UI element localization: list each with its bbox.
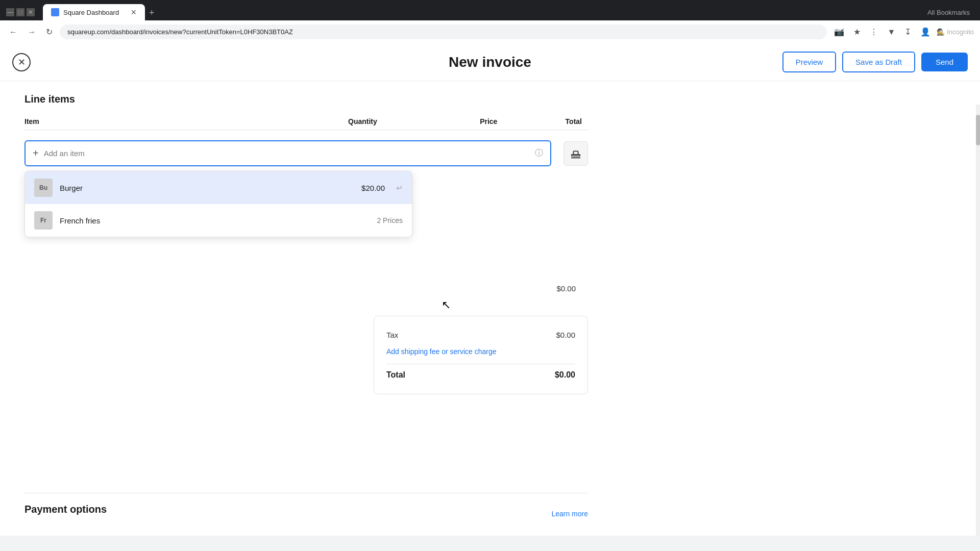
bookmark-star-icon[interactable]: ★ [850, 25, 864, 39]
col-header-price: Price [419, 113, 504, 130]
profile-icon[interactable]: 👤 [917, 25, 934, 39]
back-button[interactable]: ← [6, 26, 20, 39]
total-value: $0.00 [555, 370, 575, 380]
burger-name: Burger [60, 184, 354, 192]
browser-titlebar: — □ ✕ Square Dashboard ✕ + All Bookmarks [0, 0, 980, 20]
fries-price-label: 2 Prices [377, 216, 403, 224]
col-header-total: Total [503, 113, 588, 130]
fries-avatar: Fr [34, 211, 53, 230]
extension-icon[interactable]: ▼ [884, 26, 898, 39]
browser-toolbar: ← → ↻ 📷̸ ★ ⋮ ▼ ↧ 👤 🕵 Incognito [0, 20, 980, 43]
total-row: Total $0.00 [386, 364, 575, 384]
col-header-item: Item [24, 113, 306, 130]
list-item[interactable]: Fr French fries 2 Prices [25, 204, 412, 237]
address-bar[interactable] [60, 24, 827, 39]
add-item-plus-icon: + [33, 147, 39, 159]
page-content: ✕ New invoice Preview Save as Draft Send… [0, 43, 980, 536]
preview-button[interactable]: Preview [782, 52, 836, 72]
tab-bar: Square Dashboard ✕ + [39, 4, 923, 20]
tab-close-button[interactable]: ✕ [131, 8, 137, 16]
shipping-link[interactable]: Add shipping fee or service charge [386, 347, 497, 356]
page-title: New invoice [449, 54, 531, 70]
summary-section: Tax $0.00 Add shipping fee or service ch… [374, 316, 588, 394]
line-items-section-title: Line items [24, 93, 588, 105]
payment-section: Payment options Learn more [24, 493, 588, 523]
browser-chrome: — □ ✕ Square Dashboard ✕ + All Bookmarks… [0, 0, 980, 43]
invoice-topbar: ✕ New invoice Preview Save as Draft Send [0, 43, 980, 81]
add-item-placeholder: Add an item [44, 149, 530, 158]
all-bookmarks-link[interactable]: All Bookmarks [927, 9, 970, 16]
reload-button[interactable]: ↻ [43, 25, 56, 39]
fries-name: French fries [60, 216, 370, 225]
save-as-draft-button[interactable]: Save as Draft [842, 52, 915, 72]
tab-title: Square Dashboard [63, 9, 119, 16]
send-button[interactable]: Send [921, 53, 968, 71]
invoice-body: Line items Item Quantity Price Total + [0, 81, 612, 536]
stamp-button[interactable] [564, 141, 588, 166]
line-items-table: Item Quantity Price Total + Add an item … [24, 113, 588, 177]
topbar-actions: Preview Save as Draft Send [782, 52, 968, 72]
window-controls: — □ ✕ [6, 8, 35, 16]
browser-menu-icon[interactable]: ⋮ [867, 25, 881, 39]
download-icon[interactable]: ↧ [901, 25, 914, 39]
subtotal-row: $0.00 [374, 280, 588, 297]
list-item[interactable]: Bu Burger $20.00 ↵ [25, 171, 412, 204]
burger-avatar: Bu [34, 179, 53, 197]
tab-favicon [51, 8, 59, 16]
burger-price: $20.00 [361, 184, 385, 192]
svg-rect-1 [573, 151, 578, 154]
col-header-quantity: Quantity [306, 113, 419, 130]
active-tab[interactable]: Square Dashboard ✕ [43, 4, 145, 20]
maximize-button[interactable]: □ [16, 8, 24, 16]
add-item-row: + Add an item ⓘ [24, 130, 588, 177]
add-item-input[interactable]: + Add an item ⓘ [24, 140, 551, 166]
scrollbar-thumb [976, 115, 980, 145]
shipping-row[interactable]: Add shipping fee or service charge [386, 343, 575, 360]
close-invoice-button[interactable]: ✕ [12, 53, 31, 71]
scrollbar[interactable] [976, 105, 980, 536]
enter-icon: ↵ [396, 183, 403, 193]
payment-header: Payment options Learn more [24, 504, 588, 523]
tax-row: Tax $0.00 [386, 327, 575, 343]
new-tab-button[interactable]: + [145, 6, 159, 20]
close-window-button[interactable]: ✕ [27, 8, 35, 16]
total-label: Total [386, 370, 405, 380]
no-camera-icon[interactable]: 📷̸ [831, 25, 847, 39]
toolbar-actions: 📷̸ ★ ⋮ ▼ ↧ 👤 🕵 Incognito [831, 25, 974, 39]
info-icon[interactable]: ⓘ [535, 148, 543, 159]
forward-button[interactable]: → [24, 26, 39, 39]
tax-value: $0.00 [556, 331, 575, 339]
incognito-icon: 🕵 [937, 28, 945, 36]
subtotal-value: $0.00 [556, 284, 576, 293]
tax-label: Tax [386, 331, 398, 339]
item-dropdown: Bu Burger $20.00 ↵ Fr French fries 2 Pri… [24, 171, 412, 237]
minimize-button[interactable]: — [6, 8, 14, 16]
payment-section-title: Payment options [24, 504, 107, 515]
incognito-badge: 🕵 Incognito [937, 28, 974, 36]
learn-more-link[interactable]: Learn more [551, 510, 588, 518]
